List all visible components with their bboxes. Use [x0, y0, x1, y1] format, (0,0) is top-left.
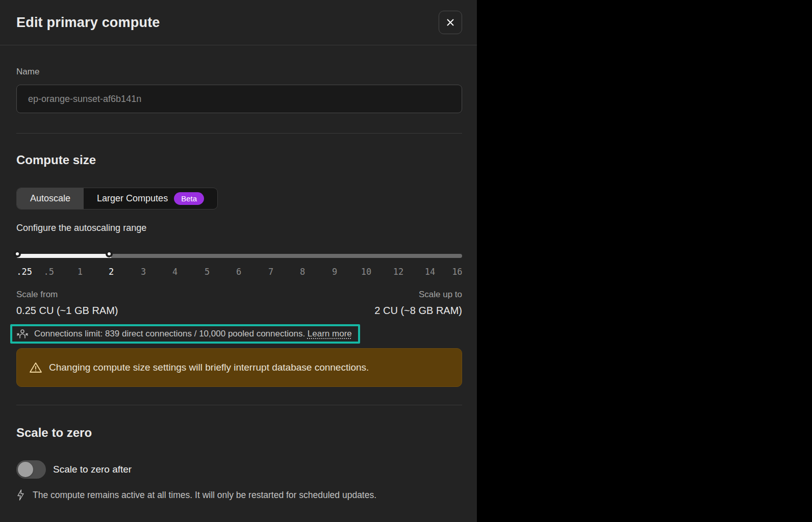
tab-larger-computes-label: Larger Computes — [97, 193, 168, 204]
scale-from: Scale from 0.25 CU (~1 GB RAM) — [16, 290, 118, 317]
tick-label: 2 — [109, 267, 114, 277]
tick-label: 12 — [393, 267, 403, 277]
connections-limit-note: Connections limit: 839 direct connection… — [16, 328, 352, 340]
toggle-knob — [18, 462, 33, 477]
tick-label: 4 — [172, 267, 177, 277]
learn-more-link[interactable]: Learn more — [308, 329, 352, 338]
tick-label: .25 — [16, 267, 32, 277]
tick-label: 7 — [268, 267, 273, 277]
close-icon — [445, 17, 455, 28]
slider-track[interactable] — [16, 254, 462, 258]
compute-active-note-text: The compute remains active at all times.… — [33, 490, 376, 501]
tick-label: 3 — [141, 267, 146, 277]
name-label: Name — [16, 67, 462, 77]
tab-autoscale-label: Autoscale — [30, 193, 70, 204]
tick-label: 5 — [205, 267, 210, 277]
tick-label: 14 — [425, 267, 435, 277]
scale-up-to-value: 2 CU (~8 GB RAM) — [374, 305, 462, 317]
compute-size-heading: Compute size — [16, 153, 462, 167]
connections-limit-body: Connections limit: 839 direct connection… — [34, 329, 305, 338]
scale-from-value: 0.25 CU (~1 GB RAM) — [16, 305, 118, 317]
tick-label: 6 — [236, 267, 241, 277]
tab-autoscale[interactable]: Autoscale — [17, 188, 84, 209]
autoscaling-range-label: Configure the autoscaling range — [16, 223, 462, 233]
background-overlay — [477, 0, 812, 522]
name-input[interactable] — [16, 85, 462, 113]
scale-to-zero-toggle[interactable] — [16, 460, 46, 479]
warning-triangle-icon — [29, 361, 42, 374]
tick-label: .5 — [44, 267, 54, 277]
dialog-content: Name Compute size Autoscale Larger Compu… — [0, 45, 477, 501]
section-divider — [16, 133, 462, 134]
lightning-icon — [16, 489, 25, 501]
user-group-icon — [16, 328, 29, 340]
compute-active-note: The compute remains active at all times.… — [16, 489, 462, 501]
dialog-header: Edit primary compute — [0, 0, 477, 45]
scale-to-zero-toggle-label: Scale to zero after — [53, 464, 132, 475]
scale-to-zero-row: Scale to zero after — [16, 460, 462, 479]
tick-label: 1 — [78, 267, 83, 277]
tick-label: 9 — [332, 267, 337, 277]
section-divider — [16, 405, 462, 405]
autoscale-range-slider[interactable] — [16, 250, 462, 262]
scale-from-label: Scale from — [16, 290, 118, 300]
tick-label: 8 — [300, 267, 305, 277]
scale-up-to-label: Scale up to — [374, 290, 462, 300]
warning-banner: Changing compute size settings will brie… — [16, 348, 462, 387]
tick-label: 16 — [452, 267, 462, 277]
connections-limit-text: Connections limit: 839 direct connection… — [34, 329, 352, 339]
close-button[interactable] — [439, 11, 462, 34]
compute-size-tabs: Autoscale Larger Computes Beta — [16, 188, 218, 210]
scale-to-zero-heading: Scale to zero — [16, 426, 462, 440]
edit-primary-compute-dialog: Edit primary compute Name Compute size A… — [0, 0, 477, 522]
slider-tick-labels: .25 .5 1 2 3 4 5 6 7 8 9 10 12 14 16 — [16, 267, 462, 277]
scale-summary: Scale from 0.25 CU (~1 GB RAM) Scale up … — [16, 290, 462, 317]
scale-up-to: Scale up to 2 CU (~8 GB RAM) — [374, 290, 462, 317]
highlight-annotation-box: Connections limit: 839 direct connection… — [10, 324, 360, 344]
tab-larger-computes[interactable]: Larger Computes Beta — [84, 188, 217, 209]
tick-label: 10 — [361, 267, 371, 277]
beta-badge: Beta — [174, 192, 204, 205]
slider-selected-range — [16, 254, 111, 258]
warning-text: Changing compute size settings will brie… — [49, 362, 369, 373]
dialog-title: Edit primary compute — [16, 15, 160, 31]
